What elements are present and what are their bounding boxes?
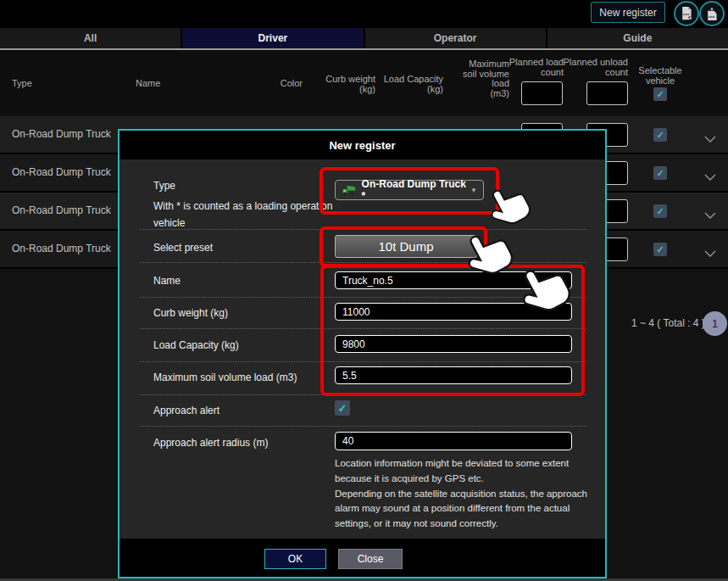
divider [140, 229, 586, 230]
row-type-label: On-Road Dump Truck [12, 204, 111, 216]
csv-upload-button[interactable]: csv [699, 1, 725, 26]
name-input[interactable] [335, 271, 572, 289]
chevron-down-icon[interactable] [704, 131, 716, 146]
modal-footer: OK Close [119, 539, 605, 577]
name-label: Name [153, 275, 181, 287]
gps-note-line-1: Location information might be deviated t… [335, 456, 591, 487]
check-icon: ✓ [656, 130, 664, 141]
csv-download-icon: csv [674, 1, 699, 26]
gps-note-line-2: Depending on the satellite acquisition s… [335, 487, 591, 532]
divider [140, 328, 586, 329]
ok-button[interactable]: OK [264, 549, 326, 569]
type-note: With * is counted as a loading operation… [153, 198, 348, 232]
check-icon: ✓ [338, 402, 347, 415]
col-header-name: Name [136, 79, 160, 89]
close-button[interactable]: Close [338, 549, 403, 569]
planned-load-filter-input[interactable] [521, 81, 563, 105]
csv-download-button[interactable]: csv [674, 1, 699, 26]
approach-alert-label: Approach alert [153, 405, 220, 416]
col-header-planned-unload-count: Planned unload count [564, 58, 628, 77]
dump-truck-icon [342, 184, 357, 196]
chevron-down-icon[interactable] [704, 207, 716, 222]
svg-text:csv: csv [683, 12, 690, 16]
new-register-modal: New register Type With * is counted as a… [118, 129, 607, 578]
col-header-color: Color [281, 79, 303, 89]
row-selectable-checkbox[interactable]: ✓ [653, 204, 667, 218]
type-label: Type [153, 180, 175, 192]
divider [140, 426, 586, 427]
curb-weight-label: Curb weight (kg) [153, 307, 228, 319]
load-capacity-input[interactable] [335, 335, 572, 353]
planned-unload-filter-input[interactable] [586, 81, 628, 105]
curb-weight-input[interactable] [335, 303, 572, 321]
tab-operator[interactable]: Operator [365, 28, 546, 48]
pagination-page-1-button[interactable]: 1 [703, 311, 727, 336]
row-type-label: On-Road Dump Truck [12, 128, 111, 140]
tab-bar: All Driver Operator Guide [0, 28, 728, 48]
pagination-range: 1 ~ 4 ( Total : 4 ) [631, 317, 705, 329]
approach-alert-radius-input[interactable] [335, 432, 572, 450]
divider [140, 361, 586, 362]
svg-text:csv: csv [709, 14, 715, 19]
preset-button[interactable]: 10t Dump [335, 235, 477, 258]
check-icon: ✓ [656, 168, 664, 179]
tab-driver[interactable]: Driver [182, 28, 363, 48]
caret-down-icon: ▼ [470, 187, 477, 194]
modal-title: New register [119, 131, 605, 159]
col-header-load-capacity: Load Capacity (kg) [384, 75, 443, 94]
row-selectable-checkbox[interactable]: ✓ [653, 166, 667, 180]
check-icon: ✓ [656, 244, 664, 255]
csv-upload-icon: csv [699, 1, 725, 26]
vehicle-management-screen: New register csv csv All Driver Operator… [0, 0, 728, 581]
col-header-max-soil-volume: Maximum soil volume load (m3) [463, 59, 509, 98]
col-header-planned-load-count: Planned load count [509, 58, 564, 77]
row-type-label: On-Road Dump Truck [12, 243, 111, 254]
approach-alert-checkbox[interactable]: ✓ [335, 400, 350, 416]
divider [140, 297, 586, 298]
row-selectable-checkbox[interactable]: ✓ [653, 243, 667, 256]
col-header-selectable-vehicle: Selectable vehicle [626, 66, 694, 86]
max-soil-volume-label: Maximum soil volume load (m3) [153, 372, 297, 383]
selectable-vehicle-header-checkbox[interactable]: ✓ [653, 87, 667, 101]
select-preset-label: Select preset [153, 242, 213, 254]
load-capacity-label: Load Capacity (kg) [153, 339, 239, 351]
vehicle-type-dropdown[interactable]: On-Road Dump Truck * ▼ [335, 180, 484, 200]
max-soil-volume-input[interactable] [335, 366, 572, 384]
chevron-down-icon[interactable] [704, 169, 716, 184]
row-type-label: On-Road Dump Truck [12, 166, 111, 178]
col-header-curb-weight: Curb weight (kg) [325, 75, 375, 94]
col-header-type: Type [12, 79, 32, 89]
tab-all[interactable]: All [0, 28, 181, 48]
table-header: Type Name Color Curb weight (kg) Load Ca… [0, 50, 728, 115]
new-register-button[interactable]: New register [591, 2, 665, 23]
check-icon: ✓ [656, 206, 664, 217]
approach-alert-radius-label: Approach alert radius (m) [153, 437, 268, 449]
divider [140, 262, 586, 263]
tab-guide[interactable]: Guide [547, 28, 728, 48]
check-icon: ✓ [656, 89, 664, 100]
chevron-down-icon[interactable] [704, 245, 716, 260]
row-selectable-checkbox[interactable]: ✓ [653, 128, 667, 142]
gps-note: Location information might be deviated t… [335, 456, 591, 532]
vehicle-type-value: On-Road Dump Truck * [362, 178, 470, 202]
divider [140, 394, 586, 395]
